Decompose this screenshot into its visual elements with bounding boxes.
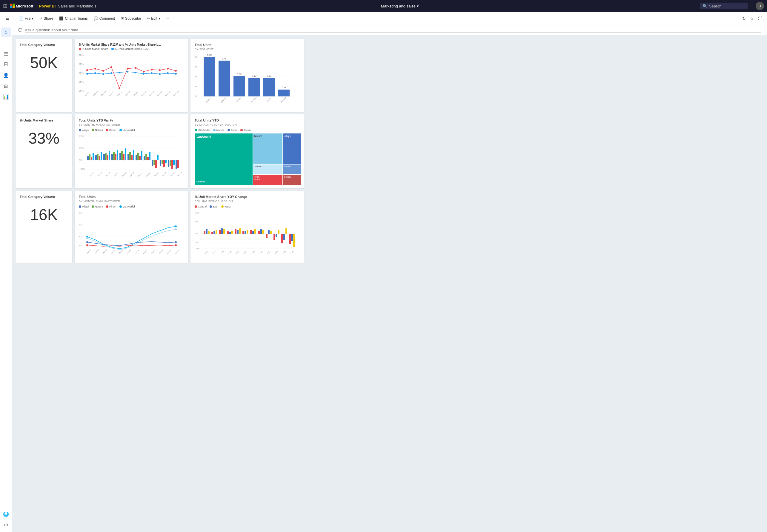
svg-rect-82 [87,156,89,160]
svg-point-31 [159,73,161,75]
chat-in-teams-button[interactable]: ⬛ Chat in Teams [57,15,90,22]
svg-text:200%: 200% [79,135,84,137]
refresh-button[interactable]: ↻ [741,15,747,22]
svg-rect-199 [258,231,260,234]
svg-rect-208 [281,234,283,243]
file-button[interactable]: 📄 File ▾ [17,15,36,22]
svg-text:4K: 4K [195,75,198,78]
line-chart-svg: 40% 35% 30% 25% 20% [79,52,180,103]
comment-button[interactable]: 💬 Comment [91,15,117,22]
separator [14,16,14,21]
svg-text:0K: 0K [195,95,198,98]
svg-text:35%: 35% [79,63,84,65]
legend: Aliqui Natura Pirum VanArsdel [79,205,184,208]
sidebar-data-hub[interactable]: 🗄 [1,60,11,69]
svg-text:100%: 100% [79,147,84,149]
svg-rect-111 [145,154,147,160]
svg-point-32 [167,72,169,74]
svg-text:May-...: May-... [116,91,123,97]
svg-rect-102 [127,154,129,160]
svg-point-149 [175,225,177,227]
svg-text:400: 400 [79,236,82,238]
sidebar-apps[interactable]: ⊞ [1,81,11,91]
svg-point-29 [143,73,145,75]
sidebar-home[interactable]: ⌂ [1,27,11,37]
svg-rect-56 [204,57,215,96]
svg-rect-109 [141,151,142,160]
svg-text:Regular: Regular [280,96,287,103]
sidebar-create[interactable]: ＋ [1,38,11,48]
legend-west: West [221,205,230,208]
hamburger-menu[interactable]: ☰ [4,15,12,22]
share-button[interactable]: ↗ Share [37,15,56,22]
svg-text:Aug-14: Aug-14 [142,249,148,254]
svg-rect-203 [268,230,270,234]
card-value: 16K [20,200,68,230]
sidebar-favorites[interactable]: 👤 [1,70,11,80]
svg-rect-100 [123,154,124,160]
powerbi-logo[interactable]: Power BI [39,4,56,8]
waffle-icon[interactable]: ⊞ [3,3,7,9]
legend-item-blue: % Units Market Share R12M [111,47,149,50]
svg-rect-182 [213,231,215,234]
svg-text:200: 200 [79,245,82,247]
svg-rect-195 [247,230,248,234]
card-title: % Units Market Share [20,119,68,122]
center-workspace: Marketing and sales ▾ [102,4,698,8]
main-layout: ⌂ ＋ ☰ 🗄 👤 ⊞ 📊 🌐 ⚙ 💬 Total Category Volum… [0,25,767,532]
card-subtitle: BY MANUFACTURER, REGION [195,123,300,126]
svg-text:P-06: P-06 [243,250,248,254]
sidebar-learn[interactable]: 📊 [1,92,11,102]
svg-point-155 [175,241,177,243]
fullscreen-button[interactable]: ⛶ [757,15,763,22]
svg-text:Produ...: Produ... [205,96,212,103]
svg-rect-112 [147,157,149,160]
sidebar-browse[interactable]: ☰ [1,49,11,59]
avatar[interactable]: U [756,2,764,10]
sidebar-settings[interactable]: ⚙ [1,520,11,530]
qa-input[interactable] [25,28,761,33]
svg-rect-94 [111,154,113,160]
svg-text:8K: 8K [195,56,198,58]
svg-rect-211 [289,234,291,244]
svg-rect-187 [227,231,229,234]
svg-rect-113 [149,152,150,160]
more-options[interactable]: ··· [750,4,753,8]
svg-rect-178 [204,231,205,234]
svg-text:25%: 25% [79,81,84,83]
svg-text:P-10: P-10 [212,250,216,254]
svg-rect-122 [168,160,169,167]
comment-icon: 💬 [94,16,98,21]
svg-rect-179 [206,229,207,234]
svg-text:Oct-14: Oct-14 [159,249,164,254]
svg-rect-180 [208,231,210,234]
card-title: Total Units YTD [195,119,300,122]
card-title: % Unit Market Share YOY Change [195,195,300,199]
svg-rect-91 [105,153,107,160]
card-value: 33% [20,123,68,153]
svg-rect-192 [239,228,241,234]
more-button[interactable]: ··· [164,15,172,22]
workspace-selector[interactable]: Marketing and sales ▾ [381,4,419,8]
svg-rect-96 [115,154,116,160]
svg-text:Feb-14: Feb-14 [92,90,99,97]
svg-rect-106 [136,155,137,160]
top-navigation: ⊞ Microsoft | Power BI Sales and Marketi… [0,0,767,12]
search-box[interactable]: 🔍 Search [700,3,748,9]
svg-text:Apr-14: Apr-14 [113,172,118,177]
svg-text:Oct-14: Oct-14 [157,91,163,97]
svg-rect-99 [121,151,123,160]
svg-text:Jul-14: Jul-14 [134,249,139,254]
subscribe-button[interactable]: ✉ Subscribe [119,15,143,22]
svg-text:2K: 2K [195,85,198,88]
svg-text:P-09: P-09 [220,250,224,254]
svg-rect-104 [131,155,133,160]
bookmark-button[interactable]: ☆ [749,15,755,22]
svg-point-26 [119,72,120,73]
svg-point-11 [94,68,96,70]
svg-rect-118 [160,160,161,166]
svg-point-24 [102,73,104,75]
legend-item-red: % Units Market Share [79,47,108,50]
sidebar-metrics[interactable]: 🌐 [1,509,11,519]
edit-button[interactable]: ✏ Edit ▾ [145,15,163,22]
